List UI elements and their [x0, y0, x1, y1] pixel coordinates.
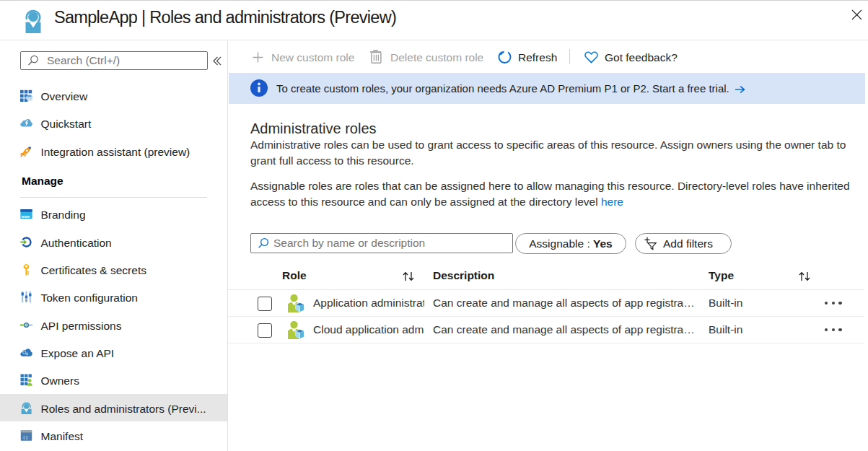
svg-text:www: www [21, 214, 30, 219]
svg-text:( ): ( ) [23, 434, 27, 439]
